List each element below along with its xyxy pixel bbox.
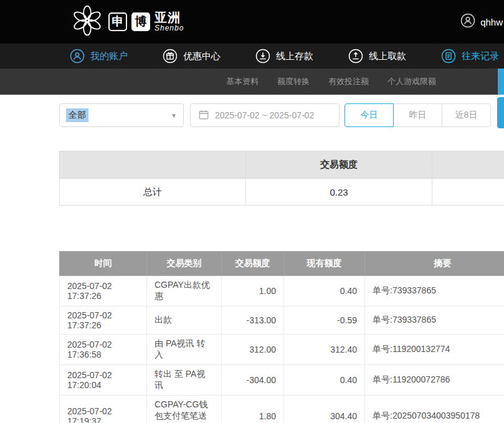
- table-row: 2025-07-02 17:36:58 由 PA视讯 转入 312.00 312…: [60, 335, 504, 365]
- account-icon: [70, 49, 85, 64]
- nav-item-deposit[interactable]: 线上存款: [255, 49, 313, 64]
- cell-memo: 单号:202507034003950178: [365, 396, 504, 423]
- cell-amount: 312.00: [222, 335, 284, 365]
- cell-time: 2025-07-02 17:37:26: [60, 276, 147, 307]
- cell-balance: 0.40: [284, 365, 365, 396]
- cell-memo: 单号:119200072786: [365, 365, 504, 396]
- subnav-item-basic-info[interactable]: 基本资料: [226, 76, 259, 87]
- calendar-icon: [198, 109, 209, 122]
- user-avatar-icon: [460, 13, 475, 31]
- nav-item-promotions[interactable]: 优惠中心: [163, 49, 221, 64]
- summary-total-cut: [432, 179, 504, 206]
- cell-amount: 1.00: [222, 276, 284, 307]
- nav-label: 线上取款: [369, 50, 406, 62]
- promo-icon: [163, 49, 178, 64]
- last-8-days-button[interactable]: 近8日: [442, 103, 491, 127]
- withdraw-icon: [348, 49, 363, 64]
- subnav-item-credit-transfer[interactable]: 额度转换: [277, 76, 310, 87]
- summary-header-row: 交易额度: [60, 151, 504, 179]
- deposit-icon: [255, 49, 270, 64]
- flower-logo-icon: [70, 4, 104, 40]
- username-text: qhhw: [480, 17, 503, 27]
- table-row: 2025-07-02 17:19:37 CGPAY-CG钱包支付笔笔送优惠 1.…: [60, 396, 504, 423]
- cell-time: 2025-07-02 17:20:04: [60, 365, 147, 396]
- table-row: 2025-07-02 17:20:04 转出 至 PA视讯 -304.00 0.…: [60, 365, 504, 396]
- summary-header-amount: 交易额度: [246, 151, 432, 179]
- nav-item-records[interactable]: 往来记录: [441, 49, 499, 64]
- col-header-time: 时间: [60, 252, 147, 276]
- today-button[interactable]: 今日: [345, 103, 394, 127]
- cell-time: 2025-07-02 17:36:58: [60, 335, 147, 365]
- quick-date-buttons: 今日 昨日 近8日: [345, 103, 491, 127]
- summary-table: 交易额度 总计 0.23: [59, 151, 504, 206]
- logo-char-bo: 博: [131, 12, 150, 31]
- cell-type: CGPAY-CG钱包支付笔笔送优惠: [147, 396, 222, 423]
- table-row: 2025-07-02 17:37:26 CGPAY出款优惠 1.00 0.40 …: [60, 276, 504, 307]
- cell-type: 出款: [147, 307, 222, 335]
- cell-amount: -304.00: [222, 365, 284, 396]
- main-nav: 我的账户 优惠中心 线上存款 线上取款: [0, 44, 504, 69]
- col-header-balance: 现有额度: [284, 252, 365, 276]
- date-range-value: 2025-07-02 ~ 2025-07-02: [215, 110, 314, 120]
- select-selected-value: 全部: [66, 108, 88, 122]
- date-range-input[interactable]: 2025-07-02 ~ 2025-07-02: [190, 103, 340, 127]
- subnav-active-tab-cut[interactable]: [498, 69, 504, 95]
- cell-balance: 312.40: [284, 335, 365, 365]
- subnav-item-valid-bets[interactable]: 有效投注额: [328, 76, 369, 87]
- transaction-type-select[interactable]: 全部 ▼: [59, 103, 184, 127]
- cell-type: 转出 至 PA视讯: [147, 365, 222, 396]
- cell-memo: 单号:119200132774: [365, 335, 504, 365]
- subnav-item-game-limits[interactable]: 个人游戏限额: [388, 76, 436, 87]
- cell-amount: 1.80: [222, 396, 284, 423]
- brand-logo[interactable]: 申 博 亚洲 Shenbo: [70, 4, 184, 40]
- logo-region-text: 亚洲: [155, 11, 184, 24]
- summary-header-cut: [432, 151, 504, 179]
- logo-subtitle: Shenbo: [155, 24, 184, 32]
- chevron-down-icon: ▼: [171, 112, 177, 119]
- nav-item-my-account[interactable]: 我的账户: [70, 49, 128, 64]
- cell-balance: -0.59: [284, 307, 365, 335]
- summary-total-label: 总计: [60, 179, 246, 206]
- transactions-table: 时间 交易类别 交易额度 现有额度 摘要 2025-07-02 17:37:26…: [59, 251, 504, 423]
- cell-time: 2025-07-02 17:19:37: [60, 396, 147, 423]
- nav-item-withdraw[interactable]: 线上取款: [348, 49, 406, 64]
- summary-total-value: 0.23: [246, 179, 432, 206]
- cell-type: 由 PA视讯 转入: [147, 335, 222, 365]
- cell-time: 2025-07-02 17:37:26: [60, 307, 147, 335]
- cell-memo: 单号:739337865: [365, 307, 504, 335]
- cell-amount: -313.00: [222, 307, 284, 335]
- nav-label: 往来记录: [462, 50, 499, 62]
- nav-label: 线上存款: [276, 50, 313, 62]
- user-account-area[interactable]: qhhw: [460, 13, 504, 31]
- summary-header-empty: [60, 151, 246, 179]
- cell-balance: 0.40: [284, 276, 365, 307]
- nav-label: 我的账户: [90, 50, 128, 62]
- table-header-row: 时间 交易类别 交易额度 现有额度 摘要: [60, 252, 504, 276]
- search-button-cut[interactable]: [497, 97, 504, 128]
- col-header-type: 交易类别: [147, 252, 222, 276]
- nav-label: 优惠中心: [183, 50, 221, 62]
- top-header: 申 博 亚洲 Shenbo qhhw: [0, 0, 504, 44]
- col-header-memo: 摘要: [365, 252, 504, 276]
- table-row: 2025-07-02 17:37:26 出款 -313.00 -0.59 单号:…: [60, 307, 504, 335]
- cell-memo: 单号:739337865: [365, 276, 504, 307]
- summary-total-row: 总计 0.23: [60, 179, 504, 206]
- cell-balance: 304.40: [284, 396, 365, 423]
- col-header-amount: 交易额度: [222, 252, 284, 276]
- filter-row: 全部 ▼ 2025-07-02 ~ 2025-07-02 今日 昨日 近8日: [0, 95, 504, 128]
- logo-char-shen: 申: [108, 12, 127, 31]
- cell-type: CGPAY出款优惠: [147, 276, 222, 307]
- records-icon: [441, 49, 456, 64]
- yesterday-button[interactable]: 昨日: [393, 103, 442, 127]
- sub-nav: 基本资料 额度转换 有效投注额 个人游戏限额: [0, 69, 504, 95]
